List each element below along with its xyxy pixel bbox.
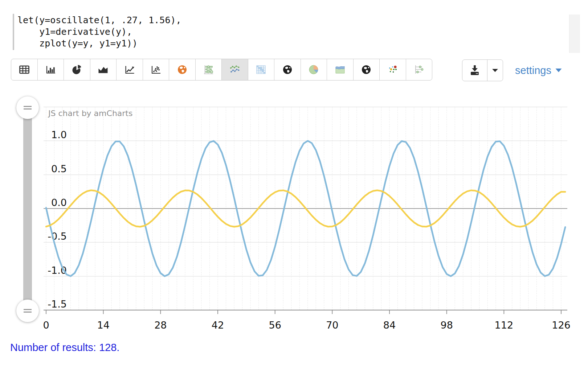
- grip-lines-icon: [24, 312, 32, 313]
- svg-text:126: 126: [552, 319, 571, 331]
- svg-text:70: 70: [326, 319, 338, 331]
- chart-title: JS chart by amCharts: [48, 109, 132, 118]
- chart-canvas[interactable]: 1.00.50.0-0.5-1.0-1.50142842567084981121…: [0, 0, 588, 367]
- slider-handle-bottom[interactable]: [16, 300, 39, 322]
- svg-text:-0.5: -0.5: [48, 231, 67, 242]
- svg-text:98: 98: [440, 319, 453, 331]
- svg-text:0: 0: [43, 319, 49, 331]
- zoomdata-chart-app: let(y=oscillate(1, .27, 1.56), y1=deriva…: [0, 0, 588, 367]
- grip-lines-icon: [24, 309, 32, 310]
- grip-lines-icon: [24, 106, 32, 107]
- svg-text:42: 42: [212, 319, 224, 331]
- svg-text:-1.5: -1.5: [48, 298, 67, 310]
- svg-text:14: 14: [97, 319, 109, 331]
- results-count: Number of results: 128.: [10, 342, 119, 354]
- svg-text:1.0: 1.0: [51, 129, 67, 140]
- svg-text:28: 28: [154, 319, 167, 331]
- slider-handle-top[interactable]: [16, 96, 39, 119]
- svg-text:0.5: 0.5: [51, 163, 67, 174]
- svg-text:0.0: 0.0: [51, 197, 67, 208]
- svg-text:56: 56: [269, 319, 281, 331]
- grip-lines-icon: [24, 108, 32, 110]
- svg-text:84: 84: [383, 319, 396, 331]
- chart-panel: 1.00.50.0-0.5-1.0-1.50142842567084981121…: [0, 0, 588, 367]
- svg-text:112: 112: [495, 319, 514, 331]
- vertical-range-slider[interactable]: [23, 108, 32, 311]
